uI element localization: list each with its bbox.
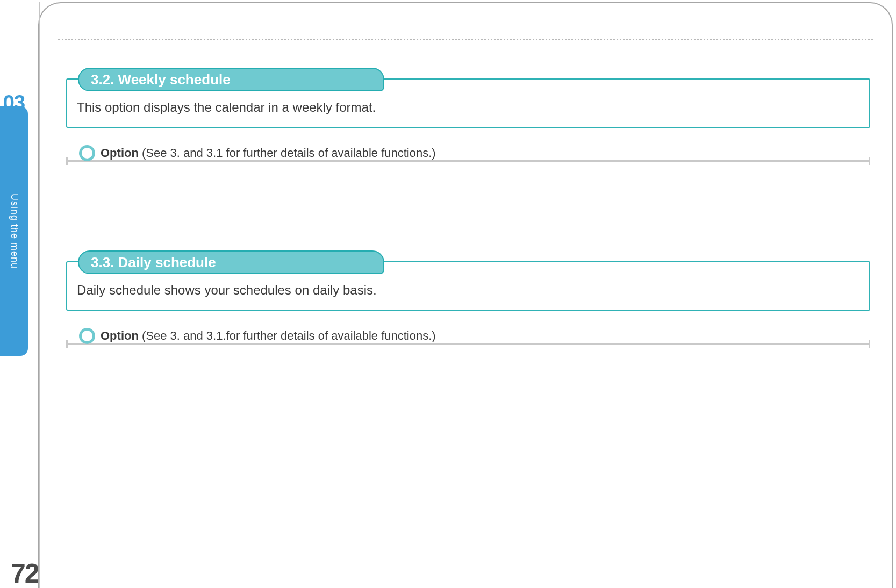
dotted-divider — [58, 39, 873, 40]
option-row: Option (See 3. and 3.1.for further detai… — [66, 326, 870, 349]
section-daily-schedule: 3.3. Daily schedule Daily schedule shows… — [66, 261, 870, 349]
option-row: Option (See 3. and 3.1 for further detai… — [66, 143, 870, 167]
option-label: Option — [101, 146, 139, 160]
section-weekly-schedule: 3.2. Weekly schedule This option display… — [66, 78, 870, 167]
callout-box: 3.2. Weekly schedule This option display… — [66, 78, 870, 128]
page-number: 72 — [11, 558, 39, 588]
option-underline — [66, 160, 870, 162]
magnifier-icon — [79, 145, 95, 161]
option-note: (See 3. and 3.1 for further details of a… — [139, 146, 436, 160]
section-heading-pill: 3.3. Daily schedule — [78, 250, 384, 274]
option-label: Option — [101, 329, 139, 342]
option-underline — [66, 343, 870, 345]
section-heading-pill: 3.2. Weekly schedule — [78, 68, 384, 91]
side-tab-label: Using the menu — [9, 193, 20, 269]
section-body: Daily schedule shows your schedules on d… — [77, 283, 377, 297]
side-tab: Using the menu — [0, 106, 28, 356]
option-text: Option (See 3. and 3.1.for further detai… — [101, 329, 436, 343]
option-note: (See 3. and 3.1.for further details of a… — [139, 329, 436, 342]
option-text: Option (See 3. and 3.1 for further detai… — [101, 146, 436, 160]
left-margin-rule — [39, 2, 40, 588]
section-body: This option displays the calendar in a w… — [77, 100, 376, 114]
page-frame: 3.2. Weekly schedule This option display… — [38, 2, 893, 588]
magnifier-icon — [79, 328, 95, 344]
chapter-number: 03 — [0, 91, 28, 114]
callout-box: 3.3. Daily schedule Daily schedule shows… — [66, 261, 870, 311]
